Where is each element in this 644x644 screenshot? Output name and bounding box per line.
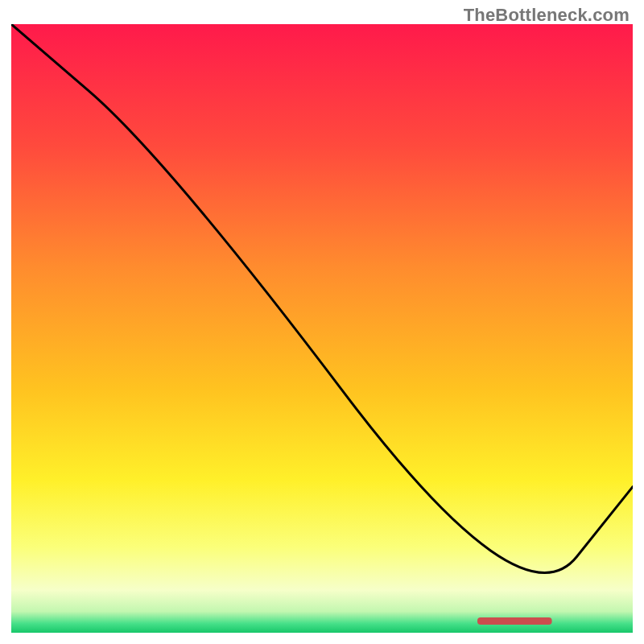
chart-svg [11, 24, 633, 633]
chart-background [11, 24, 633, 633]
watermark-text: TheBottleneck.com [464, 5, 630, 26]
chart-container: TheBottleneck.com [0, 0, 644, 644]
red-marker [477, 617, 552, 625]
chart-plot [11, 24, 633, 633]
